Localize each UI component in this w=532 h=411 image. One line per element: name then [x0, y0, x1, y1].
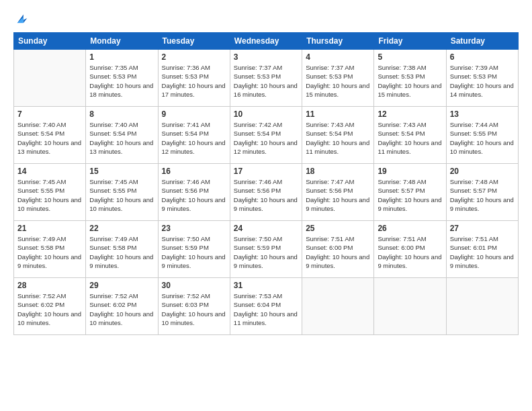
day-number: 16 — [162, 167, 226, 176]
calendar-cell: 22Sunrise: 7:49 AM Sunset: 5:58 PM Dayli… — [86, 221, 158, 278]
calendar-week-row: 1Sunrise: 7:35 AM Sunset: 5:53 PM Daylig… — [14, 50, 519, 107]
day-number: 21 — [17, 224, 82, 233]
calendar-cell: 3Sunrise: 7:37 AM Sunset: 5:53 PM Daylig… — [230, 50, 302, 107]
day-info: Sunrise: 7:50 AM Sunset: 5:59 PM Dayligh… — [162, 234, 226, 270]
day-info: Sunrise: 7:48 AM Sunset: 5:57 PM Dayligh… — [378, 177, 442, 213]
calendar-cell: 5Sunrise: 7:38 AM Sunset: 5:53 PM Daylig… — [374, 50, 446, 107]
weekday-header-wednesday: Wednesday — [230, 33, 302, 50]
day-number: 11 — [306, 109, 370, 119]
calendar-cell: 26Sunrise: 7:51 AM Sunset: 6:00 PM Dayli… — [374, 221, 446, 278]
day-number: 10 — [234, 109, 298, 119]
day-number: 28 — [17, 281, 82, 290]
svg-marker-1 — [17, 17, 24, 23]
weekday-header-thursday: Thursday — [302, 33, 374, 50]
calendar-cell: 10Sunrise: 7:42 AM Sunset: 5:54 PM Dayli… — [230, 107, 302, 164]
day-number: 2 — [162, 52, 226, 62]
day-info: Sunrise: 7:50 AM Sunset: 5:59 PM Dayligh… — [234, 234, 298, 270]
day-info: Sunrise: 7:52 AM Sunset: 6:02 PM Dayligh… — [17, 291, 82, 327]
day-number: 22 — [89, 224, 154, 233]
calendar-cell: 8Sunrise: 7:40 AM Sunset: 5:54 PM Daylig… — [86, 107, 158, 164]
day-number: 20 — [450, 167, 515, 176]
day-number: 3 — [234, 52, 298, 62]
calendar-week-row: 21Sunrise: 7:49 AM Sunset: 5:58 PM Dayli… — [14, 221, 519, 278]
day-number: 1 — [89, 52, 154, 62]
day-info: Sunrise: 7:43 AM Sunset: 5:54 PM Dayligh… — [306, 120, 370, 156]
calendar-cell: 14Sunrise: 7:45 AM Sunset: 5:55 PM Dayli… — [14, 164, 86, 221]
calendar-cell: 2Sunrise: 7:36 AM Sunset: 5:53 PM Daylig… — [158, 50, 230, 107]
day-info: Sunrise: 7:47 AM Sunset: 5:56 PM Dayligh… — [306, 177, 370, 213]
calendar-cell: 24Sunrise: 7:50 AM Sunset: 5:59 PM Dayli… — [230, 221, 302, 278]
day-number: 7 — [17, 109, 82, 119]
day-info: Sunrise: 7:38 AM Sunset: 5:53 PM Dayligh… — [378, 63, 442, 99]
calendar-cell: 30Sunrise: 7:52 AM Sunset: 6:03 PM Dayli… — [158, 278, 230, 335]
calendar-week-row: 14Sunrise: 7:45 AM Sunset: 5:55 PM Dayli… — [14, 164, 519, 221]
weekday-header-row: SundayMondayTuesdayWednesdayThursdayFrid… — [14, 33, 519, 50]
weekday-header-tuesday: Tuesday — [158, 33, 230, 50]
calendar-cell: 27Sunrise: 7:51 AM Sunset: 6:01 PM Dayli… — [446, 221, 518, 278]
calendar-week-row: 7Sunrise: 7:40 AM Sunset: 5:54 PM Daylig… — [14, 107, 519, 164]
calendar-cell: 31Sunrise: 7:53 AM Sunset: 6:04 PM Dayli… — [230, 278, 302, 335]
calendar-cell: 1Sunrise: 7:35 AM Sunset: 5:53 PM Daylig… — [86, 50, 158, 107]
calendar-cell: 17Sunrise: 7:46 AM Sunset: 5:56 PM Dayli… — [230, 164, 302, 221]
logo-icon — [15, 11, 30, 26]
calendar-cell: 11Sunrise: 7:43 AM Sunset: 5:54 PM Dayli… — [302, 107, 374, 164]
calendar-cell: 28Sunrise: 7:52 AM Sunset: 6:02 PM Dayli… — [14, 278, 86, 335]
logo — [13, 11, 30, 26]
calendar-cell: 29Sunrise: 7:52 AM Sunset: 6:02 PM Dayli… — [86, 278, 158, 335]
day-info: Sunrise: 7:51 AM Sunset: 6:01 PM Dayligh… — [450, 234, 515, 270]
day-number: 17 — [234, 167, 298, 176]
weekday-header-sunday: Sunday — [14, 33, 86, 50]
calendar-cell — [374, 278, 446, 335]
calendar-cell: 21Sunrise: 7:49 AM Sunset: 5:58 PM Dayli… — [14, 221, 86, 278]
day-number: 23 — [162, 224, 226, 233]
calendar-cell: 18Sunrise: 7:47 AM Sunset: 5:56 PM Dayli… — [302, 164, 374, 221]
day-info: Sunrise: 7:39 AM Sunset: 5:53 PM Dayligh… — [450, 63, 515, 99]
day-number: 14 — [17, 167, 82, 176]
calendar-cell: 15Sunrise: 7:45 AM Sunset: 5:55 PM Dayli… — [86, 164, 158, 221]
day-info: Sunrise: 7:49 AM Sunset: 5:58 PM Dayligh… — [17, 234, 82, 270]
calendar-cell: 12Sunrise: 7:43 AM Sunset: 5:54 PM Dayli… — [374, 107, 446, 164]
day-info: Sunrise: 7:46 AM Sunset: 5:56 PM Dayligh… — [234, 177, 298, 213]
day-info: Sunrise: 7:37 AM Sunset: 5:53 PM Dayligh… — [234, 63, 298, 99]
day-info: Sunrise: 7:40 AM Sunset: 5:54 PM Dayligh… — [89, 120, 154, 156]
day-info: Sunrise: 7:41 AM Sunset: 5:54 PM Dayligh… — [162, 120, 226, 156]
calendar-cell: 23Sunrise: 7:50 AM Sunset: 5:59 PM Dayli… — [158, 221, 230, 278]
day-number: 5 — [378, 52, 442, 62]
day-info: Sunrise: 7:51 AM Sunset: 6:00 PM Dayligh… — [306, 234, 370, 270]
calendar-cell — [446, 278, 518, 335]
calendar-cell: 25Sunrise: 7:51 AM Sunset: 6:00 PM Dayli… — [302, 221, 374, 278]
day-number: 31 — [234, 281, 298, 290]
calendar-cell: 20Sunrise: 7:48 AM Sunset: 5:57 PM Dayli… — [446, 164, 518, 221]
day-info: Sunrise: 7:49 AM Sunset: 5:58 PM Dayligh… — [89, 234, 154, 270]
day-info: Sunrise: 7:46 AM Sunset: 5:56 PM Dayligh… — [162, 177, 226, 213]
day-number: 9 — [162, 109, 226, 119]
calendar-week-row: 28Sunrise: 7:52 AM Sunset: 6:02 PM Dayli… — [14, 278, 519, 335]
day-number: 8 — [89, 109, 154, 119]
calendar-table: SundayMondayTuesdayWednesdayThursdayFrid… — [13, 32, 519, 335]
day-info: Sunrise: 7:48 AM Sunset: 5:57 PM Dayligh… — [450, 177, 515, 213]
calendar-cell: 16Sunrise: 7:46 AM Sunset: 5:56 PM Dayli… — [158, 164, 230, 221]
day-info: Sunrise: 7:45 AM Sunset: 5:55 PM Dayligh… — [17, 177, 82, 213]
weekday-header-saturday: Saturday — [446, 33, 518, 50]
calendar-cell: 19Sunrise: 7:48 AM Sunset: 5:57 PM Dayli… — [374, 164, 446, 221]
day-number: 27 — [450, 224, 515, 233]
day-number: 26 — [378, 224, 442, 233]
calendar-cell: 9Sunrise: 7:41 AM Sunset: 5:54 PM Daylig… — [158, 107, 230, 164]
day-info: Sunrise: 7:35 AM Sunset: 5:53 PM Dayligh… — [89, 63, 154, 99]
day-info: Sunrise: 7:43 AM Sunset: 5:54 PM Dayligh… — [378, 120, 442, 156]
day-info: Sunrise: 7:42 AM Sunset: 5:54 PM Dayligh… — [234, 120, 298, 156]
day-number: 29 — [89, 281, 154, 290]
calendar-cell — [302, 278, 374, 335]
header — [13, 11, 519, 26]
day-number: 13 — [450, 109, 515, 119]
weekday-header-friday: Friday — [374, 33, 446, 50]
day-number: 4 — [306, 52, 370, 62]
calendar-cell: 7Sunrise: 7:40 AM Sunset: 5:54 PM Daylig… — [14, 107, 86, 164]
day-number: 30 — [162, 281, 226, 290]
weekday-header-monday: Monday — [86, 33, 158, 50]
day-number: 12 — [378, 109, 442, 119]
day-number: 24 — [234, 224, 298, 233]
calendar-cell: 6Sunrise: 7:39 AM Sunset: 5:53 PM Daylig… — [446, 50, 518, 107]
day-info: Sunrise: 7:36 AM Sunset: 5:53 PM Dayligh… — [162, 63, 226, 99]
day-info: Sunrise: 7:37 AM Sunset: 5:53 PM Dayligh… — [306, 63, 370, 99]
